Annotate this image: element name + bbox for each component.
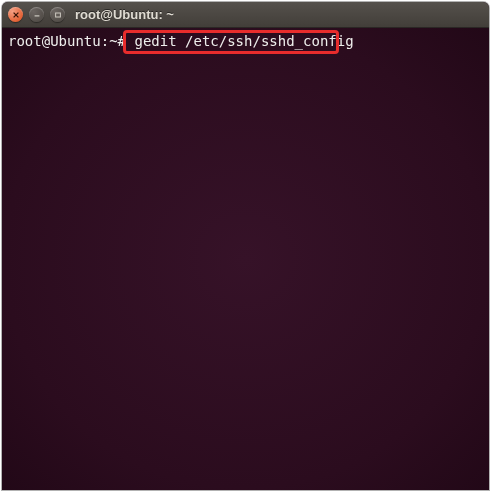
window-title: root@Ubuntu: ~ — [75, 7, 174, 22]
minimize-icon — [33, 11, 41, 19]
prompt-line: root@Ubuntu:~# gedit /etc/ssh/sshd_confi… — [8, 32, 483, 50]
titlebar: root@Ubuntu: ~ — [2, 2, 489, 28]
window-controls — [8, 7, 65, 22]
maximize-button[interactable] — [50, 7, 65, 22]
command-text: gedit /etc/ssh/sshd_config — [134, 33, 353, 49]
minimize-button[interactable] — [29, 7, 44, 22]
close-icon — [12, 11, 20, 19]
maximize-icon — [54, 11, 62, 19]
terminal-body[interactable]: root@Ubuntu:~# gedit /etc/ssh/sshd_confi… — [2, 28, 489, 490]
svg-rect-0 — [55, 13, 60, 17]
shell-prompt: root@Ubuntu:~# — [8, 33, 126, 49]
terminal-window: root@Ubuntu: ~ root@Ubuntu:~# gedit /etc… — [2, 2, 489, 490]
close-button[interactable] — [8, 7, 23, 22]
